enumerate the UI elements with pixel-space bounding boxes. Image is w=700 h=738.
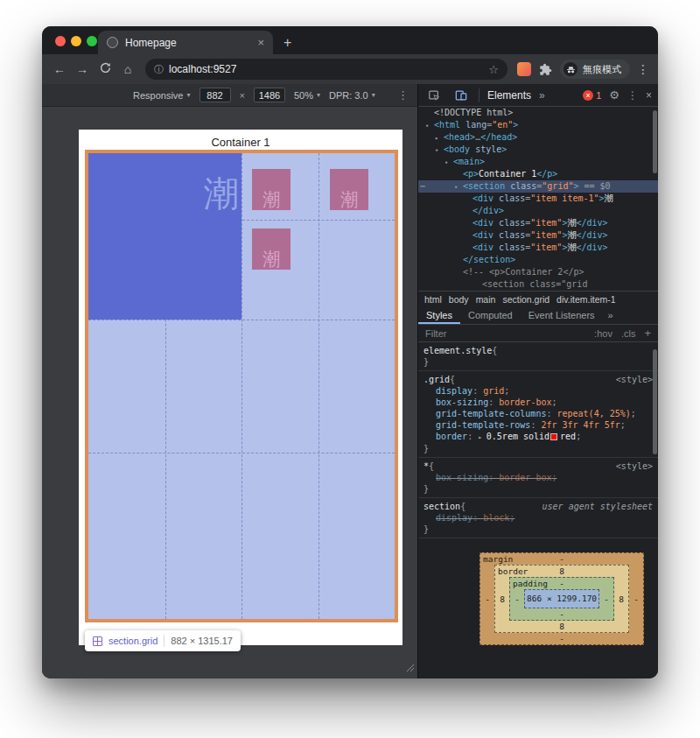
- tab-elements[interactable]: Elements: [487, 89, 531, 102]
- tab-computed[interactable]: Computed: [460, 306, 521, 324]
- breadcrumb-item[interactable]: html: [421, 293, 445, 306]
- forward-icon[interactable]: →: [72, 62, 93, 76]
- dom-tree-line[interactable]: ▾<main>: [418, 156, 658, 168]
- dom-tree-line[interactable]: <!-- <p>Container 2</p>: [418, 266, 658, 278]
- minimize-window-button[interactable]: [71, 36, 81, 46]
- extension-icon[interactable]: [517, 62, 531, 76]
- browser-menu-icon[interactable]: ⋮: [635, 62, 651, 76]
- browser-tab[interactable]: Homepage ×: [98, 31, 273, 54]
- dom-tree-line[interactable]: <p>Container 1</p>: [418, 168, 658, 180]
- dom-tree-line[interactable]: </section>: [418, 254, 658, 266]
- close-window-button[interactable]: [55, 36, 66, 46]
- inspect-element-icon[interactable]: [424, 86, 444, 105]
- back-icon[interactable]: ←: [49, 62, 70, 76]
- rendered-page: Container 1 潮 潮 潮 潮: [79, 130, 402, 645]
- devtools-menu-icon[interactable]: ⋮: [627, 89, 638, 102]
- site-info-icon[interactable]: ⓘ: [154, 63, 164, 76]
- dom-tree-line[interactable]: ▸<head>…</head>: [418, 131, 658, 144]
- dom-tree-line[interactable]: <div class="item">潮</div>: [418, 229, 658, 242]
- grid-item-1: 潮: [88, 153, 242, 320]
- console-error-indicator[interactable]: × 1: [583, 90, 601, 101]
- new-tab-button[interactable]: +: [284, 36, 291, 50]
- dpr-select[interactable]: DPR: 3.0▾: [329, 90, 375, 101]
- filter-input[interactable]: Filter: [425, 328, 585, 339]
- box-model: margin- - border8 8 padding-: [480, 552, 644, 645]
- tab-favicon-icon: [107, 37, 118, 48]
- settings-gear-icon[interactable]: ⚙: [609, 88, 620, 102]
- css-property[interactable]: box-sizing: border-box;: [424, 472, 653, 483]
- dom-tree-line[interactable]: <section class="grid: [418, 278, 658, 291]
- grid-section-highlight: 潮 潮 潮 潮: [85, 150, 398, 622]
- zoom-select[interactable]: 50%▾: [294, 90, 320, 101]
- viewport-width-input[interactable]: [200, 88, 231, 102]
- css-property[interactable]: grid-template-rows: 2fr 3fr 4fr 5fr;: [424, 419, 653, 431]
- item-1-text: 潮: [204, 176, 239, 211]
- breadcrumb-item[interactable]: div.item.item-1: [553, 293, 620, 306]
- tab-event-listeners[interactable]: Event Listeners: [521, 306, 603, 324]
- twisty-icon[interactable]: ▾: [444, 157, 448, 169]
- dom-tree-line[interactable]: ▾<body style>: [418, 144, 658, 156]
- reload-icon[interactable]: [94, 62, 116, 76]
- breadcrumb-bar: htmlbodymainsection.griddiv.item.item-1: [418, 291, 658, 306]
- twisty-icon[interactable]: ▾: [454, 181, 458, 193]
- dom-tree-line[interactable]: ⋯▾<section class="grid"> == $0: [418, 180, 658, 193]
- tab-close-icon[interactable]: ×: [257, 36, 264, 49]
- css-property[interactable]: display: grid;: [424, 385, 653, 397]
- dom-tree-line[interactable]: <div class="item">潮</div>: [418, 217, 658, 229]
- title-bar: Homepage × +: [42, 26, 658, 54]
- breadcrumb-item[interactable]: main: [472, 293, 500, 306]
- twisty-icon[interactable]: ▾: [435, 144, 438, 157]
- stylesheet-link[interactable]: <style>: [616, 460, 653, 472]
- tab-styles[interactable]: Styles: [418, 306, 460, 324]
- twisty-icon[interactable]: ▾: [425, 120, 429, 132]
- stylesheet-link[interactable]: user agent stylesheet: [542, 501, 653, 512]
- dom-tree-line[interactable]: <!DOCTYPE html>: [418, 107, 658, 119]
- bookmark-star-icon[interactable]: ☆: [488, 63, 499, 76]
- breadcrumb-item[interactable]: section.grid: [499, 293, 553, 306]
- device-mode-select[interactable]: Responsive▾: [133, 90, 191, 101]
- styles-pane: element.style {}.grid {<style>display: g…: [418, 342, 658, 678]
- incognito-icon: [564, 62, 578, 76]
- viewport-height-input[interactable]: [254, 88, 285, 102]
- incognito-profile-chip[interactable]: 無痕模式: [560, 60, 630, 79]
- extensions-puzzle-icon[interactable]: [536, 60, 555, 79]
- devtools-close-icon[interactable]: ×: [646, 89, 652, 102]
- more-sidebar-tabs-icon[interactable]: »: [603, 306, 619, 324]
- chevron-down-icon: ▾: [372, 91, 375, 99]
- node-options-icon[interactable]: ⋯: [420, 180, 425, 193]
- dom-tree-line[interactable]: <div class="item">潮</div>: [418, 242, 658, 254]
- css-rule[interactable]: .grid {<style>display: grid;box-sizing: …: [418, 371, 658, 458]
- stylesheet-link[interactable]: <style>: [616, 374, 653, 385]
- css-property[interactable]: display: block;: [424, 512, 653, 524]
- css-selector[interactable]: section: [424, 501, 460, 512]
- dom-tree-line[interactable]: </div>: [418, 205, 658, 217]
- home-icon[interactable]: ⌂: [117, 62, 138, 76]
- viewport-resize-handle[interactable]: [406, 660, 415, 676]
- breadcrumb-item[interactable]: body: [445, 293, 472, 306]
- css-property[interactable]: box-sizing: border-box;: [424, 397, 653, 408]
- css-rule[interactable]: * {<style>box-sizing: border-box;}: [418, 458, 658, 498]
- new-style-rule-icon[interactable]: +: [644, 327, 651, 340]
- url-text[interactable]: localhost:9527: [169, 63, 483, 75]
- address-bar[interactable]: ⓘ localhost:9527 ☆: [145, 59, 508, 80]
- css-selector[interactable]: element.style: [424, 345, 492, 356]
- css-rule[interactable]: element.style {}: [418, 342, 658, 371]
- page-heading: Container 1: [79, 130, 402, 149]
- styles-scrollbar[interactable]: [653, 349, 657, 454]
- color-swatch[interactable]: [550, 433, 557, 440]
- css-selector[interactable]: .grid: [424, 374, 450, 385]
- css-rule[interactable]: section {user agent stylesheetdisplay: b…: [418, 498, 658, 538]
- expand-shorthand-icon[interactable]: ▸: [478, 433, 486, 441]
- dom-tree-line[interactable]: <div class="item item-1">潮: [418, 193, 658, 205]
- maximize-window-button[interactable]: [87, 36, 97, 46]
- cls-toggle[interactable]: .cls: [621, 328, 636, 339]
- css-property[interactable]: grid-template-columns: repeat(4, 25%);: [424, 408, 653, 419]
- device-toolbar-toggle-icon[interactable]: [452, 86, 471, 105]
- device-toolbar-menu-icon[interactable]: ⋮: [397, 88, 409, 102]
- more-tabs-icon[interactable]: »: [539, 89, 545, 102]
- grid-item: 潮: [252, 228, 290, 270]
- twisty-icon[interactable]: ▸: [435, 132, 438, 144]
- dom-tree-line[interactable]: ▾<html lang="en">: [418, 119, 658, 131]
- hov-toggle[interactable]: :hov: [594, 328, 612, 339]
- css-property[interactable]: border: ▸ 0.5rem solidred;: [424, 431, 653, 443]
